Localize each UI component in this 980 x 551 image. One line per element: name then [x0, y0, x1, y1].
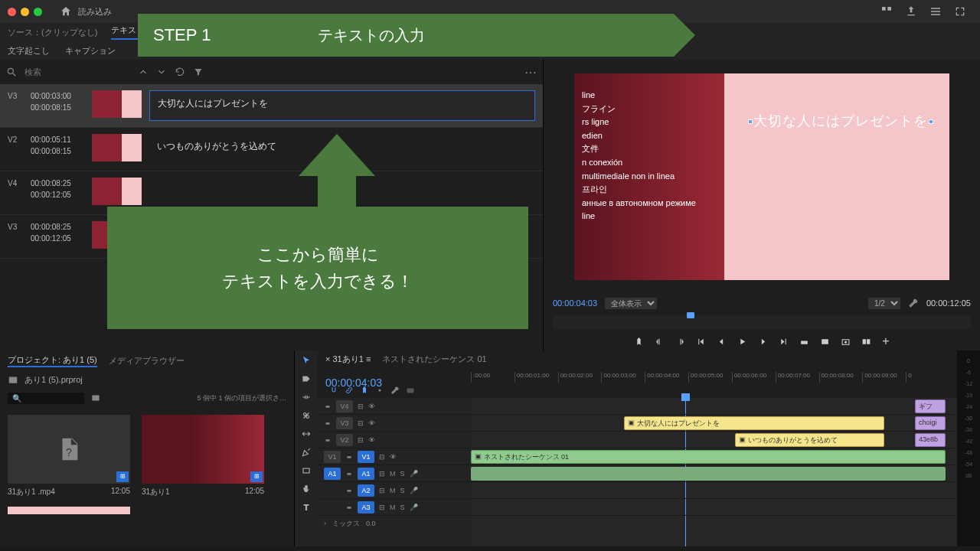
- track-header-a3[interactable]: A3⊟MS🎤: [318, 499, 471, 516]
- subtab-transcript[interactable]: 文字起こし: [8, 45, 50, 57]
- close-window[interactable]: [8, 8, 16, 16]
- track-select-icon[interactable]: [301, 373, 312, 384]
- ripple-tool-icon[interactable]: [301, 392, 312, 403]
- tab-project[interactable]: プロジェクト: あり1 (5): [8, 354, 97, 367]
- svg-rect-9: [867, 339, 870, 344]
- filter-icon[interactable]: [193, 67, 204, 77]
- search-input[interactable]: [24, 67, 130, 77]
- tab-mediabrowser[interactable]: メディアブラウザー: [109, 355, 185, 367]
- clip-audio[interactable]: [471, 467, 946, 481]
- bin-icon[interactable]: [8, 374, 18, 385]
- monitor-content: lineフラインrs ligneedien文件n conexiónmultime…: [574, 73, 724, 280]
- track-header-v2[interactable]: V2⊟👁: [318, 432, 471, 448]
- selection-tool-icon[interactable]: [301, 355, 312, 366]
- snap-icon[interactable]: [329, 386, 338, 395]
- clip-fx[interactable]: 43e8b: [915, 433, 946, 447]
- project-item[interactable]: ⊞ 31あり112:05: [142, 415, 264, 539]
- timeline-ruler[interactable]: :00:0000:00:01:0000:00:02:0000:00:03:000…: [471, 372, 949, 383]
- slip-tool-icon[interactable]: [301, 429, 312, 439]
- chevron-up-icon[interactable]: [138, 67, 149, 77]
- rect-tool-icon[interactable]: [301, 465, 312, 476]
- window-controls[interactable]: [8, 8, 42, 16]
- svg-point-14: [379, 390, 381, 392]
- row-thumbnail: [92, 90, 142, 118]
- clip-fx[interactable]: choigi: [915, 416, 946, 430]
- text-row[interactable]: V3 00:00:03:0000:00:08:15 大切な人にはプレゼントを: [0, 84, 543, 128]
- svg-rect-20: [348, 473, 351, 475]
- step-fwd-icon[interactable]: [758, 337, 768, 347]
- text-overlay-selected[interactable]: 大切な人にはプレゼントを: [747, 112, 934, 130]
- extract-icon[interactable]: [820, 337, 830, 347]
- monitor-screen[interactable]: lineフラインrs ligneedien文件n conexiónmultime…: [574, 73, 949, 280]
- project-search[interactable]: [8, 393, 84, 404]
- marker-icon[interactable]: [634, 337, 644, 347]
- link-icon[interactable]: [345, 386, 354, 395]
- tab-source[interactable]: ソース：(クリップなし): [8, 27, 97, 38]
- svg-rect-5: [822, 339, 828, 344]
- pen-tool-icon[interactable]: [301, 447, 312, 458]
- track-header-a2[interactable]: A2⊟MS🎤: [318, 482, 471, 499]
- track-header-v3[interactable]: V3⊟👁: [318, 415, 471, 432]
- text-input-box[interactable]: 大切な人にはプレゼントを: [149, 90, 535, 121]
- search-icon[interactable]: [6, 67, 17, 77]
- scale-select[interactable]: 1/2: [868, 298, 900, 309]
- text-row[interactable]: V2 00:00:05:1100:00:08:15 いつものありがとうを込めて: [0, 128, 543, 171]
- lift-icon[interactable]: [799, 337, 809, 347]
- timeline-tracks[interactable]: ギフ ▣ 大切な人にはプレゼントを choigi ▣ いつものありがとうを込めて…: [471, 398, 957, 546]
- audio-meters: 0-6-12-18-24-30-36-42-48-54dB: [957, 350, 980, 546]
- refresh-icon[interactable]: [175, 67, 185, 77]
- cc-icon[interactable]: [406, 386, 415, 395]
- fullscreen-icon[interactable]: [954, 5, 966, 18]
- more-icon[interactable]: ⋯: [524, 65, 537, 80]
- in-point-icon[interactable]: [655, 337, 665, 347]
- razor-tool-icon[interactable]: [301, 410, 312, 421]
- wrench-icon[interactable]: [908, 298, 919, 308]
- track-header-v4[interactable]: V4⊟👁: [318, 398, 471, 415]
- timeline-tab1[interactable]: × 31あり1 ≡: [325, 354, 371, 365]
- home-icon[interactable]: [60, 5, 72, 18]
- goto-out-icon[interactable]: [779, 337, 789, 347]
- clip-text[interactable]: ▣ いつものありがとうを込めて: [735, 433, 884, 447]
- add-button[interactable]: +: [882, 334, 889, 348]
- svg-rect-10: [9, 377, 18, 383]
- svg-rect-0: [882, 7, 886, 11]
- goto-in-icon[interactable]: [696, 337, 706, 347]
- subtab-caption[interactable]: キャプション: [65, 45, 116, 57]
- project-item[interactable]: ? ⊞ 31あり1 .mp412:05: [8, 415, 130, 539]
- hand-tool-icon[interactable]: [301, 484, 312, 494]
- mix-row[interactable]: › ミックス0.0: [318, 516, 471, 531]
- settings2-icon[interactable]: [375, 386, 384, 395]
- clip-video[interactable]: ▣ ネストされたシーケンス 01: [471, 450, 946, 464]
- menu-import[interactable]: 読み込み: [78, 6, 112, 18]
- track-header-v1[interactable]: V1V1⊟👁: [318, 448, 471, 465]
- track-header-a1[interactable]: A1A1⊟MS🎤: [318, 465, 471, 482]
- program-monitor: lineフラインrs ligneedien文件n conexiónmultime…: [544, 60, 980, 294]
- marker2-icon[interactable]: [360, 386, 369, 395]
- hd-badge: ⊞: [116, 471, 129, 482]
- monitor-scrubber[interactable]: [553, 315, 971, 329]
- monitor-timecode[interactable]: 00:00:04:03: [553, 298, 597, 308]
- compare-icon[interactable]: [861, 337, 871, 347]
- share-icon[interactable]: [905, 5, 917, 18]
- annotation-arrow-box: ここから簡単に テキストを入力できる！: [107, 207, 528, 329]
- wrench2-icon[interactable]: [390, 386, 400, 395]
- item-thumbnail: ⊞: [142, 415, 264, 484]
- play-icon[interactable]: [737, 337, 747, 347]
- clip-text[interactable]: ▣ 大切な人にはプレゼントを: [624, 416, 884, 430]
- new-bin-icon[interactable]: [90, 393, 101, 403]
- step-back-icon[interactable]: [717, 337, 727, 347]
- svg-rect-22: [348, 507, 351, 509]
- clip-fx[interactable]: ギフ: [915, 399, 946, 413]
- workspace-icon[interactable]: [880, 5, 893, 18]
- out-point-icon[interactable]: [675, 337, 685, 347]
- svg-rect-17: [326, 422, 330, 425]
- type-tool-icon[interactable]: [301, 502, 312, 513]
- minimize-window[interactable]: [21, 8, 29, 16]
- export-frame-icon[interactable]: [841, 337, 851, 347]
- timeline-tab2[interactable]: ネストされたシーケンス 01: [382, 354, 486, 365]
- maximize-window[interactable]: [34, 8, 42, 16]
- chevron-down-icon[interactable]: [156, 67, 167, 77]
- settings-icon[interactable]: [929, 5, 942, 18]
- fit-select[interactable]: 全体表示: [605, 298, 657, 309]
- svg-text:?: ?: [66, 446, 72, 458]
